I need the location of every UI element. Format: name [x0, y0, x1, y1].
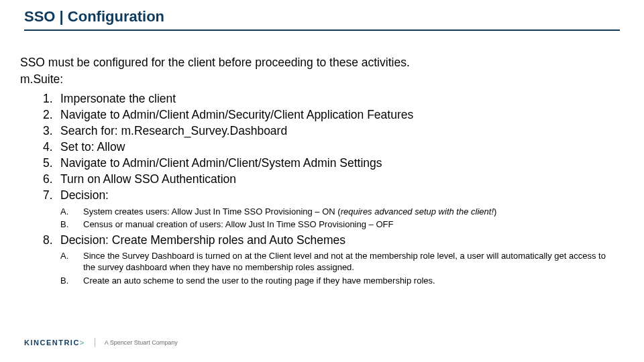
substep-marker: B.: [20, 275, 83, 287]
step-number: 7.: [20, 187, 60, 203]
substep-em: requires advanced setup with the client!: [341, 206, 494, 217]
suite-label: m.Suite:: [20, 72, 624, 86]
list-item: 6. Turn on Allow SSO Authentication: [20, 171, 624, 187]
list-item: A. System creates users: Allow Just In T…: [20, 206, 624, 218]
intro-text: SSO must be configured for the client be…: [20, 55, 624, 71]
slide: SSO | Configuration SSO must be configur…: [0, 0, 644, 362]
step-number: 2.: [20, 107, 60, 123]
substep-marker: A.: [20, 206, 83, 218]
step-number: 6.: [20, 171, 60, 187]
steps-list-8: 8. Decision: Create Membership roles and…: [20, 232, 624, 248]
list-item: 7. Decision:: [20, 187, 624, 203]
list-item: B. Census or manual creation of users: A…: [20, 219, 624, 231]
substep-text: Census or manual creation of users: Allo…: [83, 219, 624, 231]
sub-list-7: A. System creates users: Allow Just In T…: [20, 206, 624, 231]
list-item: 1. Impersonate the client: [20, 90, 624, 107]
step-text: Turn on Allow SSO Authentication: [60, 171, 624, 187]
list-item: A. Since the Survey Dashboard is turned …: [20, 250, 624, 274]
brand-main: KINCENTRIC: [24, 339, 80, 347]
brand-chevron-icon: >: [80, 339, 85, 347]
substep-pre: Census or manual creation of users: Allo…: [83, 219, 393, 229]
substep-text: System creates users: Allow Just In Time…: [83, 206, 624, 218]
sub-list-8: A. Since the Survey Dashboard is turned …: [20, 250, 624, 287]
step-number: 3.: [20, 123, 60, 139]
substep-post: ): [494, 206, 496, 217]
substep-text: Since the Survey Dashboard is turned on …: [83, 250, 624, 274]
substep-text: Create an auto scheme to send the user t…: [83, 275, 624, 287]
substep-marker: A.: [20, 250, 83, 274]
step-text: Decision:: [60, 187, 624, 203]
footer-separator: [95, 338, 95, 347]
step-text: Navigate to Admin/Client Admin/Client/Sy…: [60, 155, 624, 171]
list-item: 2. Navigate to Admin/Client Admin/Securi…: [20, 107, 624, 123]
page-title: SSO | Configuration: [24, 8, 164, 25]
step-text: Impersonate the client: [60, 90, 624, 107]
steps-list: 1. Impersonate the client 2. Navigate to…: [20, 90, 624, 204]
body: SSO must be configured for the client be…: [20, 55, 624, 288]
step-text: Decision: Create Membership roles and Au…: [60, 232, 624, 248]
step-number: 8.: [20, 232, 60, 248]
step-number: 1.: [20, 90, 60, 107]
footer-tagline: A Spencer Stuart Company: [105, 339, 178, 346]
substep-marker: B.: [20, 219, 83, 231]
step-text: Search for: m.Research_Survey.Dashboard: [60, 123, 624, 139]
list-item: B. Create an auto scheme to send the use…: [20, 275, 624, 287]
step-text: Navigate to Admin/Client Admin/Security/…: [60, 107, 624, 123]
brand-logo: KINCENTRIC>: [24, 339, 85, 347]
step-text: Set to: Allow: [60, 139, 624, 155]
list-item: 5. Navigate to Admin/Client Admin/Client…: [20, 155, 624, 171]
list-item: 8. Decision: Create Membership roles and…: [20, 232, 624, 248]
step-number: 5.: [20, 155, 60, 171]
list-item: 4. Set to: Allow: [20, 139, 624, 155]
list-item: 3. Search for: m.Research_Survey.Dashboa…: [20, 123, 624, 139]
footer: KINCENTRIC> A Spencer Stuart Company: [24, 338, 178, 347]
step-number: 4.: [20, 139, 60, 155]
title-rule: [24, 29, 620, 31]
substep-pre: System creates users: Allow Just In Time…: [83, 206, 341, 217]
